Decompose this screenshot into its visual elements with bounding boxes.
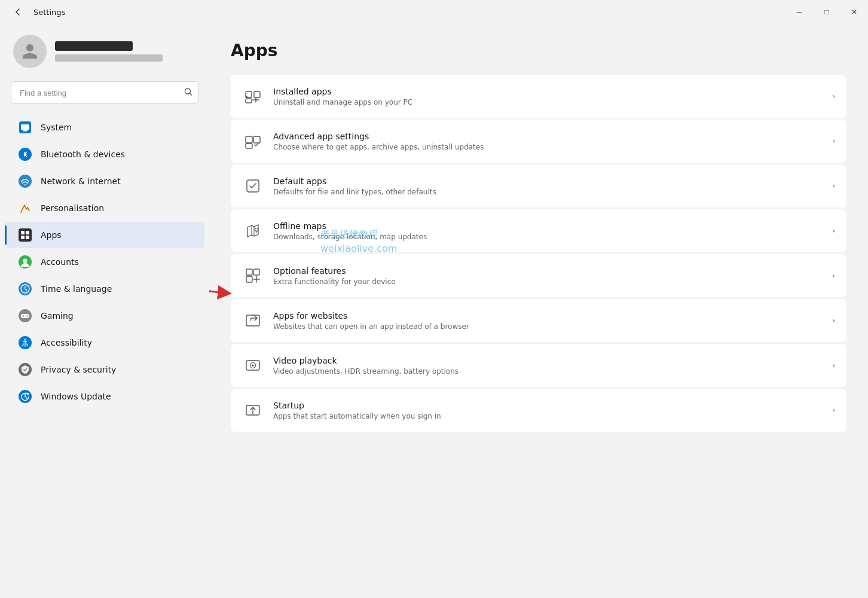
bluetooth-icon bbox=[18, 147, 32, 161]
advanced-app-settings-title: Advanced app settings bbox=[273, 132, 832, 141]
svg-rect-8 bbox=[19, 228, 32, 242]
svg-rect-29 bbox=[254, 91, 260, 97]
sidebar-item-accessibility[interactable]: Accessibility bbox=[5, 329, 204, 356]
default-apps-chevron: › bbox=[832, 182, 835, 190]
advanced-app-settings-icon bbox=[242, 130, 264, 152]
startup-icon bbox=[242, 399, 264, 421]
settings-item-startup[interactable]: Startup Apps that start automatically wh… bbox=[231, 389, 846, 432]
optional-features-icon bbox=[242, 265, 264, 286]
svg-point-36 bbox=[255, 228, 258, 231]
optional-features-desc: Extra functionality for your device bbox=[273, 277, 832, 286]
sidebar-item-accounts[interactable]: Accounts bbox=[5, 249, 204, 275]
time-icon bbox=[18, 282, 32, 296]
advanced-app-settings-chevron: › bbox=[832, 137, 835, 145]
svg-rect-31 bbox=[246, 99, 252, 103]
titlebar-left: Settings bbox=[8, 2, 65, 22]
sidebar-item-time[interactable]: Time & language bbox=[5, 276, 204, 302]
default-apps-title: Default apps bbox=[273, 176, 832, 186]
svg-point-14 bbox=[23, 259, 27, 263]
optional-features-chevron: › bbox=[832, 271, 835, 280]
main-layout: System Bluetooth & devices bbox=[0, 24, 868, 598]
content-area: Apps 老吴搭建教程 weixiaolive.com bbox=[209, 24, 868, 598]
svg-rect-39 bbox=[246, 276, 252, 282]
settings-item-video-playback[interactable]: Video playback Video adjustments, HDR st… bbox=[231, 344, 846, 387]
svg-rect-2 bbox=[21, 124, 29, 130]
startup-title: Startup bbox=[273, 401, 832, 410]
svg-point-25 bbox=[25, 339, 26, 341]
sidebar-item-update[interactable]: Windows Update bbox=[5, 383, 204, 410]
minimize-button[interactable]: ─ bbox=[786, 0, 813, 24]
svg-point-23 bbox=[27, 316, 28, 316]
personalisation-icon bbox=[18, 201, 32, 215]
svg-rect-37 bbox=[246, 269, 252, 275]
svg-rect-33 bbox=[253, 136, 260, 143]
close-button[interactable]: ✕ bbox=[841, 0, 868, 24]
sidebar-item-label-privacy: Privacy & security bbox=[41, 365, 116, 374]
sidebar-item-apps[interactable]: Apps bbox=[5, 222, 204, 248]
sidebar-item-privacy[interactable]: Privacy & security bbox=[5, 356, 204, 383]
apps-for-websites-chevron: › bbox=[832, 316, 835, 325]
offline-maps-desc: Downloads, storage location, map updates bbox=[273, 233, 832, 241]
svg-rect-10 bbox=[26, 231, 29, 234]
update-icon bbox=[18, 389, 32, 404]
svg-rect-12 bbox=[26, 236, 29, 239]
sidebar-item-label-time: Time & language bbox=[41, 284, 112, 294]
video-playback-text: Video playback Video adjustments, HDR st… bbox=[273, 356, 832, 376]
settings-item-apps-for-websites[interactable]: Apps for websites Websites that can open… bbox=[231, 299, 846, 342]
settings-item-installed-apps[interactable]: Installed apps Uninstall and manage apps… bbox=[231, 75, 846, 118]
video-playback-desc: Video adjustments, HDR streaming, batter… bbox=[273, 367, 832, 376]
startup-text: Startup Apps that start automatically wh… bbox=[273, 401, 832, 420]
apps-icon bbox=[18, 228, 32, 242]
search-box[interactable] bbox=[11, 81, 198, 104]
settings-item-default-apps[interactable]: Default apps Defaults for file and link … bbox=[231, 164, 846, 208]
svg-rect-11 bbox=[21, 236, 25, 239]
sidebar-item-label-bluetooth: Bluetooth & devices bbox=[41, 150, 125, 159]
offline-maps-title: Offline maps bbox=[273, 221, 832, 231]
titlebar-controls: ─ □ ✕ bbox=[786, 0, 868, 24]
settings-list: Installed apps Uninstall and manage apps… bbox=[231, 75, 846, 432]
profile-info bbox=[55, 41, 163, 62]
back-button[interactable] bbox=[8, 2, 27, 22]
sidebar-item-network[interactable]: Network & internet bbox=[5, 168, 204, 194]
svg-rect-30 bbox=[246, 96, 247, 98]
installed-apps-text: Installed apps Uninstall and manage apps… bbox=[273, 87, 832, 106]
privacy-icon bbox=[18, 362, 32, 377]
sidebar-item-gaming[interactable]: Gaming bbox=[5, 303, 204, 329]
settings-item-offline-maps[interactable]: Offline maps Downloads, storage location… bbox=[231, 209, 846, 252]
sidebar-item-system[interactable]: System bbox=[5, 114, 204, 141]
sidebar-item-personalisation[interactable]: Personalisation bbox=[5, 195, 204, 221]
startup-chevron: › bbox=[832, 406, 835, 414]
search-icon bbox=[184, 88, 192, 98]
svg-point-7 bbox=[25, 184, 26, 185]
offline-maps-icon bbox=[242, 220, 264, 242]
svg-rect-9 bbox=[21, 231, 25, 234]
sidebar-item-label-accessibility: Accessibility bbox=[41, 338, 92, 347]
offline-maps-text: Offline maps Downloads, storage location… bbox=[273, 221, 832, 241]
search-input[interactable] bbox=[11, 81, 198, 104]
sidebar-item-label-network: Network & internet bbox=[41, 176, 121, 186]
accessibility-icon bbox=[18, 335, 32, 350]
apps-for-websites-icon bbox=[242, 310, 264, 331]
settings-item-advanced-app-settings[interactable]: Advanced app settings Choose where to ge… bbox=[231, 120, 846, 163]
svg-rect-32 bbox=[246, 136, 252, 143]
video-playback-chevron: › bbox=[832, 361, 835, 370]
titlebar-title: Settings bbox=[33, 8, 65, 17]
optional-features-text: Optional features Extra functionality fo… bbox=[273, 266, 832, 286]
profile-email bbox=[55, 54, 163, 62]
profile-section[interactable] bbox=[0, 24, 209, 79]
gaming-icon bbox=[18, 309, 32, 323]
video-playback-icon bbox=[242, 355, 264, 376]
sidebar-item-label-personalisation: Personalisation bbox=[41, 203, 104, 213]
sidebar-nav: System Bluetooth & devices bbox=[0, 111, 209, 598]
optional-features-title: Optional features bbox=[273, 266, 832, 276]
svg-rect-4 bbox=[24, 130, 27, 131]
sidebar-item-label-gaming: Gaming bbox=[41, 311, 74, 321]
maximize-button[interactable]: □ bbox=[813, 0, 841, 24]
settings-item-optional-features[interactable]: Optional features Extra functionality fo… bbox=[231, 254, 846, 297]
sidebar-item-label-accounts: Accounts bbox=[41, 257, 79, 267]
svg-rect-40 bbox=[246, 315, 259, 326]
page-title: Apps bbox=[231, 41, 846, 60]
sidebar-item-bluetooth[interactable]: Bluetooth & devices bbox=[5, 141, 204, 167]
video-playback-title: Video playback bbox=[273, 356, 832, 365]
installed-apps-desc: Uninstall and manage apps on your PC bbox=[273, 98, 832, 106]
